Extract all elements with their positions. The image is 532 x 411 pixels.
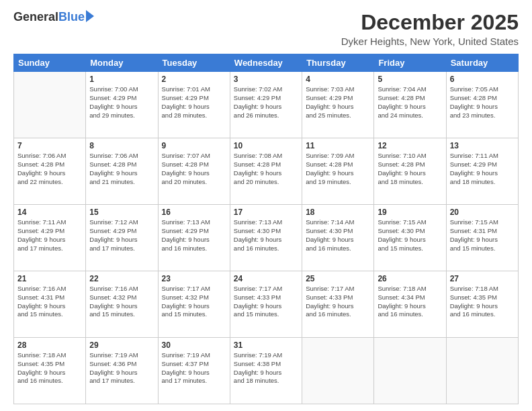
calendar-cell	[302, 338, 374, 404]
logo-text: General Blue	[13, 11, 94, 23]
day-info: Sunrise: 7:06 AMSunset: 4:28 PMDaylight:…	[17, 152, 82, 186]
day-info: Sunrise: 7:14 AMSunset: 4:30 PMDaylight:…	[306, 218, 370, 253]
calendar-cell: 31Sunrise: 7:19 AMSunset: 4:38 PMDayligh…	[230, 338, 302, 404]
day-number: 7	[17, 141, 82, 150]
day-info: Sunrise: 7:05 AMSunset: 4:28 PMDaylight:…	[450, 85, 515, 120]
calendar-cell: 17Sunrise: 7:13 AMSunset: 4:30 PMDayligh…	[230, 205, 302, 271]
calendar-cell: 1Sunrise: 7:00 AMSunset: 4:29 PMDaylight…	[86, 72, 158, 138]
calendar-header-row: SundayMondayTuesdayWednesdayThursdayFrid…	[14, 54, 519, 72]
calendar-cell: 21Sunrise: 7:16 AMSunset: 4:31 PMDayligh…	[14, 271, 86, 338]
logo-arrow-icon	[86, 10, 94, 22]
day-number: 5	[378, 75, 442, 84]
day-number: 11	[306, 141, 370, 150]
calendar-cell: 12Sunrise: 7:10 AMSunset: 4:28 PMDayligh…	[374, 138, 446, 205]
day-info: Sunrise: 7:17 AMSunset: 4:32 PMDaylight:…	[162, 285, 226, 319]
calendar-header-friday: Friday	[374, 54, 446, 72]
calendar-header-tuesday: Tuesday	[158, 54, 230, 72]
calendar-cell: 3Sunrise: 7:02 AMSunset: 4:29 PMDaylight…	[230, 72, 302, 138]
calendar-cell: 8Sunrise: 7:06 AMSunset: 4:28 PMDaylight…	[86, 138, 158, 205]
calendar-header-saturday: Saturday	[446, 54, 518, 72]
day-info: Sunrise: 7:00 AMSunset: 4:29 PMDaylight:…	[89, 85, 154, 120]
calendar-header-thursday: Thursday	[302, 54, 374, 72]
day-number: 3	[234, 75, 298, 84]
calendar-cell	[14, 72, 86, 138]
calendar-header-sunday: Sunday	[14, 54, 86, 72]
calendar-week-1: 7Sunrise: 7:06 AMSunset: 4:28 PMDaylight…	[14, 138, 519, 205]
calendar-cell: 10Sunrise: 7:08 AMSunset: 4:28 PMDayligh…	[230, 138, 302, 205]
calendar-cell: 29Sunrise: 7:19 AMSunset: 4:36 PMDayligh…	[86, 338, 158, 404]
day-info: Sunrise: 7:19 AMSunset: 4:38 PMDaylight:…	[234, 351, 298, 385]
day-info: Sunrise: 7:09 AMSunset: 4:28 PMDaylight:…	[306, 152, 370, 186]
day-number: 12	[378, 141, 442, 150]
day-info: Sunrise: 7:08 AMSunset: 4:28 PMDaylight:…	[234, 152, 298, 186]
day-number: 29	[89, 340, 154, 350]
day-number: 24	[234, 274, 298, 283]
day-info: Sunrise: 7:17 AMSunset: 4:33 PMDaylight:…	[234, 285, 298, 319]
calendar-week-4: 28Sunrise: 7:18 AMSunset: 4:35 PMDayligh…	[14, 338, 519, 404]
day-info: Sunrise: 7:01 AMSunset: 4:29 PMDaylight:…	[162, 85, 226, 120]
day-number: 13	[450, 141, 515, 150]
day-number: 16	[162, 208, 226, 217]
day-info: Sunrise: 7:15 AMSunset: 4:30 PMDaylight:…	[378, 218, 442, 253]
day-number: 15	[89, 208, 154, 217]
day-number: 23	[162, 274, 226, 283]
day-info: Sunrise: 7:19 AMSunset: 4:36 PMDaylight:…	[89, 351, 154, 385]
calendar-cell: 25Sunrise: 7:17 AMSunset: 4:33 PMDayligh…	[302, 271, 374, 338]
day-info: Sunrise: 7:18 AMSunset: 4:35 PMDaylight:…	[17, 351, 82, 385]
day-number: 28	[17, 340, 82, 350]
calendar-week-0: 1Sunrise: 7:00 AMSunset: 4:29 PMDaylight…	[14, 72, 519, 138]
day-info: Sunrise: 7:06 AMSunset: 4:28 PMDaylight:…	[89, 152, 154, 186]
calendar-cell: 11Sunrise: 7:09 AMSunset: 4:28 PMDayligh…	[302, 138, 374, 205]
day-info: Sunrise: 7:18 AMSunset: 4:35 PMDaylight:…	[450, 285, 515, 319]
calendar-cell: 6Sunrise: 7:05 AMSunset: 4:28 PMDaylight…	[446, 72, 518, 138]
day-number: 8	[89, 141, 154, 150]
calendar-page: General Blue December 2025 Dyker Heights…	[0, 0, 532, 411]
calendar-cell: 16Sunrise: 7:13 AMSunset: 4:29 PMDayligh…	[158, 205, 230, 271]
day-info: Sunrise: 7:11 AMSunset: 4:29 PMDaylight:…	[17, 218, 82, 253]
calendar-cell: 30Sunrise: 7:19 AMSunset: 4:37 PMDayligh…	[158, 338, 230, 404]
calendar-cell: 28Sunrise: 7:18 AMSunset: 4:35 PMDayligh…	[14, 338, 86, 404]
day-number: 30	[162, 340, 226, 350]
day-number: 19	[378, 208, 442, 217]
calendar-cell: 14Sunrise: 7:11 AMSunset: 4:29 PMDayligh…	[14, 205, 86, 271]
logo-general: General	[13, 11, 58, 23]
calendar-table: SundayMondayTuesdayWednesdayThursdayFrid…	[13, 54, 519, 404]
day-info: Sunrise: 7:07 AMSunset: 4:28 PMDaylight:…	[162, 152, 226, 186]
main-title: December 2025	[341, 11, 519, 34]
calendar-cell: 5Sunrise: 7:04 AMSunset: 4:28 PMDaylight…	[374, 72, 446, 138]
calendar-cell: 24Sunrise: 7:17 AMSunset: 4:33 PMDayligh…	[230, 271, 302, 338]
day-info: Sunrise: 7:13 AMSunset: 4:29 PMDaylight:…	[162, 218, 226, 253]
day-info: Sunrise: 7:10 AMSunset: 4:28 PMDaylight:…	[378, 152, 442, 186]
calendar-week-2: 14Sunrise: 7:11 AMSunset: 4:29 PMDayligh…	[14, 205, 519, 271]
calendar-cell: 7Sunrise: 7:06 AMSunset: 4:28 PMDaylight…	[14, 138, 86, 205]
calendar-cell: 13Sunrise: 7:11 AMSunset: 4:29 PMDayligh…	[446, 138, 518, 205]
calendar-cell	[374, 338, 446, 404]
calendar-cell: 15Sunrise: 7:12 AMSunset: 4:29 PMDayligh…	[86, 205, 158, 271]
day-info: Sunrise: 7:13 AMSunset: 4:30 PMDaylight:…	[234, 218, 298, 253]
calendar-cell: 22Sunrise: 7:16 AMSunset: 4:32 PMDayligh…	[86, 271, 158, 338]
calendar-week-3: 21Sunrise: 7:16 AMSunset: 4:31 PMDayligh…	[14, 271, 519, 338]
sub-title: Dyker Heights, New York, United States	[341, 36, 519, 47]
day-number: 4	[306, 75, 370, 84]
calendar-cell: 26Sunrise: 7:18 AMSunset: 4:34 PMDayligh…	[374, 271, 446, 338]
day-info: Sunrise: 7:18 AMSunset: 4:34 PMDaylight:…	[378, 285, 442, 319]
day-info: Sunrise: 7:04 AMSunset: 4:28 PMDaylight:…	[378, 85, 442, 120]
title-block: December 2025 Dyker Heights, New York, U…	[341, 11, 519, 47]
day-number: 14	[17, 208, 82, 217]
calendar-cell: 9Sunrise: 7:07 AMSunset: 4:28 PMDaylight…	[158, 138, 230, 205]
day-info: Sunrise: 7:16 AMSunset: 4:32 PMDaylight:…	[89, 285, 154, 319]
logo: General Blue	[13, 11, 94, 23]
day-number: 21	[17, 274, 82, 283]
day-number: 25	[306, 274, 370, 283]
calendar-cell: 2Sunrise: 7:01 AMSunset: 4:29 PMDaylight…	[158, 72, 230, 138]
day-info: Sunrise: 7:12 AMSunset: 4:29 PMDaylight:…	[89, 218, 154, 253]
calendar-header-wednesday: Wednesday	[230, 54, 302, 72]
day-info: Sunrise: 7:11 AMSunset: 4:29 PMDaylight:…	[450, 152, 515, 186]
calendar-header-monday: Monday	[86, 54, 158, 72]
day-number: 2	[162, 75, 226, 84]
day-info: Sunrise: 7:19 AMSunset: 4:37 PMDaylight:…	[162, 351, 226, 385]
header: General Blue December 2025 Dyker Heights…	[13, 11, 519, 47]
calendar-cell: 19Sunrise: 7:15 AMSunset: 4:30 PMDayligh…	[374, 205, 446, 271]
calendar-cell: 27Sunrise: 7:18 AMSunset: 4:35 PMDayligh…	[446, 271, 518, 338]
day-number: 31	[234, 340, 298, 350]
